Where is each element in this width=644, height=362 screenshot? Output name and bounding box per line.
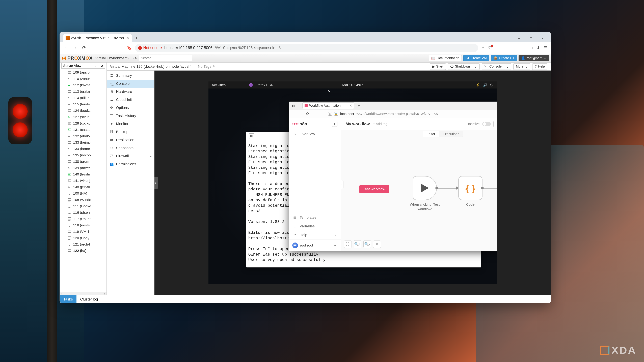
tree-item-120[interactable]: 120 (Cody <box>60 235 106 241</box>
tab-close-button[interactable]: ✕ <box>126 36 129 40</box>
tree-item-140[interactable]: 140 (freshr <box>60 171 106 177</box>
nav-help[interactable]: ?Help⌄ <box>289 231 341 239</box>
chevron-down-icon[interactable]: ⌄ <box>505 36 510 41</box>
tree-item-118[interactable]: 118 (neste <box>60 222 106 228</box>
view-selector[interactable]: Server View⌄ <box>62 63 99 68</box>
n8n-forward-button[interactable]: → <box>298 111 303 116</box>
tree-item-114[interactable]: 114 (triliur <box>60 95 106 101</box>
downloads-icon[interactable]: ⬇ <box>537 45 540 50</box>
share-icon[interactable]: ⇪ <box>481 45 485 50</box>
tree-item-108[interactable]: 108 (Windo <box>60 197 106 203</box>
nav-variables[interactable]: 𝑥Variables <box>289 222 341 231</box>
terminal-new-tab[interactable]: ⊞ <box>249 133 254 139</box>
create-vm-button[interactable]: 🖥 Create VM <box>464 55 489 61</box>
search-input[interactable] <box>139 55 192 61</box>
tree-item-148[interactable]: 148 (jellyfir <box>60 184 106 190</box>
tree-item-121[interactable]: 121 (arch-l <box>60 241 106 248</box>
n8n-new-tab-button[interactable]: + <box>356 103 362 108</box>
tidy-button[interactable]: ✥ <box>373 240 381 248</box>
zoom-out-button[interactable]: 🔍- <box>364 240 371 248</box>
maximize-button[interactable]: ☐ <box>528 36 533 41</box>
fit-view-button[interactable]: ⛶ <box>344 240 352 248</box>
tree-item-109[interactable]: 109 (ansib <box>60 69 106 76</box>
firefox-indicator[interactable]: Firefox ESR <box>249 83 273 87</box>
share-button[interactable]: Share <box>494 121 497 127</box>
submenu-monitor[interactable]: 👁Monitor <box>107 120 154 128</box>
n8n-tab-close[interactable]: ✕ <box>349 104 352 108</box>
tree-item-131[interactable]: 131 (casac <box>60 126 106 133</box>
shield-icon[interactable]: ◇ <box>328 112 332 116</box>
cluster-log-tab[interactable]: Cluster log <box>76 295 102 303</box>
tree-item-113[interactable]: 113 (grafar <box>60 88 106 95</box>
bookmark-icon[interactable]: 🔖 <box>127 45 132 50</box>
add-tag-button[interactable]: + Add tag <box>373 122 388 126</box>
submenu-options[interactable]: ⚙Options <box>107 104 154 112</box>
tree-item-134[interactable]: 134 (home <box>60 146 106 152</box>
n8n-reload-button[interactable]: ⟳ <box>306 111 310 116</box>
no-tags-label[interactable]: No Tags ✎ <box>198 64 216 69</box>
user-menu[interactable]: RR root root ⋯ <box>289 239 341 251</box>
nav-overview[interactable]: ⌂Overview <box>289 130 341 138</box>
executions-tab[interactable]: Executions <box>439 131 463 137</box>
power-icon[interactable]: ⏻ <box>490 83 494 87</box>
tree-item-138[interactable]: 138 (prom <box>60 158 106 165</box>
submenu-summary[interactable]: ≣Summary <box>107 71 154 80</box>
documentation-button[interactable]: 📖 Documentation <box>429 55 462 61</box>
console-button[interactable]: >_ Console │ ⌄ <box>482 63 511 70</box>
submenu-snapshots[interactable]: ↺Snapshots <box>107 144 154 152</box>
trigger-node[interactable]: When clicking 'Test workflow' <box>408 176 442 211</box>
shutdown-button[interactable]: ⏻ Shutdown │ ⌄ <box>448 63 480 70</box>
user-menu-button[interactable]: 👤 root@pam ⌄ <box>518 55 549 61</box>
zoom-in-button[interactable]: 🔍+ <box>354 240 362 248</box>
n8n-browser-tab[interactable]: Workflow Automation - n ✕ <box>302 102 354 109</box>
tree-item-116[interactable]: 116 (pfsen <box>60 209 106 216</box>
resource-tree[interactable]: 109 (ansib110 (zoner112 (kavita113 (graf… <box>60 69 106 292</box>
tree-item-124[interactable]: 124 (books <box>60 107 106 114</box>
activities-button[interactable]: Activities <box>212 83 226 87</box>
tree-scrollbar[interactable]: ◄► <box>60 292 106 295</box>
minimize-button[interactable]: — <box>517 36 522 41</box>
sidepanel-icon[interactable]: ◧ <box>291 103 296 108</box>
submenu-task-history[interactable]: ☰Task History <box>107 112 154 120</box>
submenu-console[interactable]: >_Console <box>107 80 154 88</box>
user-more-icon[interactable]: ⋯ <box>334 243 338 248</box>
volume-icon[interactable]: 🔊 <box>483 83 487 87</box>
url-input[interactable]: ! Not secure https://192.168.0.227:8006/… <box>135 44 478 52</box>
vm-screen[interactable]: Activities Firefox ESR Mar 20 14:07 ⚡ 🔊 … <box>208 81 497 284</box>
tree-item-111[interactable]: 111 (Docke <box>60 203 106 209</box>
brave-shield-icon[interactable]: 🛡 <box>488 45 492 50</box>
browser-tab[interactable]: ✕ ayush - Proxmox Virtual Environ ✕ <box>63 34 132 42</box>
reload-button[interactable]: ⟳ <box>81 45 87 51</box>
tree-item-115[interactable]: 115 (tando <box>60 101 106 107</box>
tree-item-133[interactable]: 133 (heimc <box>60 139 106 146</box>
tree-item-132[interactable]: 132 (audio <box>60 133 106 139</box>
tree-item-119[interactable]: 119 (VM 1 <box>60 228 106 235</box>
tasks-tab[interactable]: Tasks <box>60 295 76 303</box>
menu-icon[interactable]: ☰ <box>544 45 548 50</box>
tree-item-139[interactable]: 139 (adver <box>60 165 106 171</box>
back-button[interactable] <box>63 45 69 51</box>
create-ct-button[interactable]: 📦 Create CT <box>491 55 517 61</box>
code-node[interactable]: { } Code <box>458 176 482 207</box>
workflow-canvas[interactable]: + Test workflow When <box>341 138 497 251</box>
n8n-back-button[interactable]: ← <box>291 111 296 116</box>
editor-tab[interactable]: Editor <box>422 131 439 137</box>
start-button[interactable]: ▶ Start <box>430 63 446 70</box>
close-window-button[interactable]: ✕ <box>540 36 545 41</box>
media-icon[interactable]: ♫ <box>530 45 533 50</box>
help-button[interactable]: ? Help <box>532 63 548 70</box>
tree-item-128[interactable]: 128 (cockp <box>60 120 106 126</box>
new-tab-button[interactable]: + <box>133 35 140 41</box>
lock-icon[interactable]: 🔒 <box>334 112 338 116</box>
tree-item-127[interactable]: 127 (stirlin <box>60 114 106 120</box>
submenu-hardware[interactable]: 🖥Hardware <box>107 88 154 96</box>
network-icon[interactable]: ⚡ <box>476 83 480 87</box>
workflow-name[interactable]: My workflow <box>346 122 370 126</box>
tree-item-141[interactable]: 141 (vikunj <box>60 177 106 184</box>
tree-item-122[interactable]: 122 (ha) <box>60 248 106 254</box>
submenu-firewall[interactable]: 🛡Firewall▸ <box>107 152 154 160</box>
submenu-replication[interactable]: ⇄Replication <box>107 136 154 144</box>
nav-templates[interactable]: ▤Templates <box>289 213 341 222</box>
forward-button[interactable] <box>72 45 78 51</box>
tree-item-135[interactable]: 135 (nocoo <box>60 152 106 158</box>
